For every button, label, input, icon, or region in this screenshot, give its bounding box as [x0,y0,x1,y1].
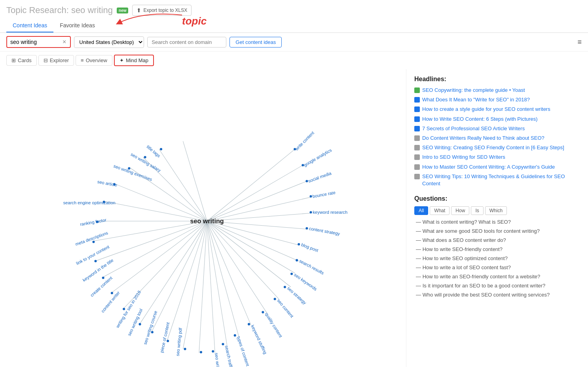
node-search-engine-optimization[interactable]: search engine optimization [63,200,116,205]
node-seo-keywords[interactable]: seo keywords [293,272,318,292]
node-meta-descriptions[interactable]: meta descriptions [75,230,109,247]
question-filters: All What How Is Which [414,206,580,215]
list-icon: ≡ [81,57,84,63]
node-keyword-stuffing[interactable]: keyword stuffing [250,324,268,355]
mindmap-svg: write content google analytics social me… [0,69,406,367]
node-quality-content[interactable]: quality content [264,312,283,338]
node-piece-of-content[interactable]: piece of content [159,322,170,353]
svg-point-47 [222,343,224,345]
headline-icon-gray [414,145,420,150]
tab-explorer[interactable]: ⊟ Explorer [38,55,74,66]
headline-icon-blue [414,126,420,131]
svg-point-63 [144,156,146,158]
node-seo-writing-course[interactable]: seo writing course [142,310,158,345]
search-input[interactable] [10,39,62,45]
tab-cards[interactable]: ⊞ Cards [6,55,37,66]
filter-how[interactable]: How [451,206,469,215]
svg-line-22 [111,221,207,293]
node-search-traffic[interactable]: search traffic [224,345,234,367]
svg-line-12 [207,221,251,325]
headline-icon-green [414,87,420,93]
svg-point-57 [94,260,97,262]
headline-item: How to Master SEO Content Writing: A Cop… [414,164,580,171]
headline-icon-gray [414,164,420,170]
node-bounce-rate[interactable]: bounce rate [312,190,336,199]
svg-point-46 [234,334,236,337]
mindmap-icon: ✦ [119,57,124,63]
tab-overview[interactable]: ≡ Overview [76,55,112,66]
headline-item: 7 Secrets of Professional SEO Article Wr… [414,125,580,132]
node-seo-writing-exercises[interactable]: seo writing exercises [113,164,153,182]
svg-line-17 [183,221,207,349]
svg-point-39 [298,243,300,245]
question-item: How to write SEO-friendly content? [414,246,580,252]
headline-link[interactable]: What Does It Mean to "Write for SEO" in … [422,96,530,103]
svg-point-52 [151,331,154,333]
headline-icon-gray [414,135,420,141]
domain-search-input[interactable] [147,37,226,48]
filter-all[interactable]: All [414,206,428,215]
question-item: What does a SEO content writer do? [414,237,580,243]
mindmap-area: write content google analytics social me… [0,69,406,367]
svg-line-31 [159,149,207,221]
headline-item: SEO Writing Tips: 10 Writing Techniques … [414,173,580,187]
headline-link[interactable]: Do Content Writers Really Need to Think … [422,135,544,142]
node-title-tags[interactable]: title tags [146,144,161,158]
grid-icon: ⊞ [11,57,16,63]
node-content-writer[interactable]: content writer [100,290,121,314]
node-types-of-content[interactable]: types of content [236,336,250,367]
node-content-strategy[interactable]: content strategy [309,226,340,236]
menu-icon[interactable]: ≡ [577,38,582,46]
svg-point-38 [305,227,308,230]
svg-point-64 [160,148,162,150]
node-seo-writing-pdf[interactable]: seo writing pdf [175,327,183,356]
headline-icon-gray [414,154,420,160]
svg-point-55 [111,292,113,294]
filter-what[interactable]: What [430,206,450,215]
headline-link[interactable]: SEO Copywriting: the complete guide • Yo… [422,87,525,94]
svg-point-45 [248,323,250,325]
headline-icon-blue [414,97,420,103]
filter-is[interactable]: Is [471,206,483,215]
node-keyword-research[interactable]: keyword research [313,210,348,215]
headline-link[interactable]: SEO Writing Tips: 10 Writing Techniques … [422,173,580,187]
node-seo-writing-jobs[interactable]: seo writing jobs [214,352,222,367]
node-search-results[interactable]: search results [298,259,325,276]
node-social-media[interactable]: social media [307,171,332,184]
svg-line-15 [207,221,215,353]
headline-item: How to Write SEO Content: 6 Steps (with … [414,116,580,123]
node-google-analytics[interactable]: google analytics [303,148,332,167]
filter-which[interactable]: Which [485,206,507,215]
headline-link[interactable]: How to Write SEO Content: 6 Steps (with … [422,116,538,123]
headline-link[interactable]: How to Master SEO Content Writing: A Cop… [422,164,555,171]
node-write-content[interactable]: write content [294,130,315,152]
headline-icon-blue [414,106,420,112]
headline-link[interactable]: How to create a style guide for your SEO… [422,106,550,113]
get-ideas-button[interactable]: Get content ideas [230,37,282,48]
node-seo-article[interactable]: seo article [97,179,118,188]
headline-link[interactable]: Intro to SEO Writing for SEO Writers [422,154,505,161]
tab-content-ideas[interactable]: Content Ideas [6,19,53,32]
svg-point-54 [123,308,125,310]
svg-line-9 [207,221,291,287]
node-seo-content[interactable]: seo content [276,298,294,319]
svg-point-37 [309,211,312,213]
headline-link[interactable]: 7 Secrets of Professional SEO Article Wr… [422,125,525,132]
svg-line-23 [103,221,207,277]
node-seo-strategy[interactable]: seo strategy [286,286,307,306]
country-select[interactable]: United States (Desktop) [74,36,144,48]
node-blog-post[interactable]: blog post [301,242,319,253]
headlines-title: Headlines: [414,76,580,83]
node-ranking-factor[interactable]: ranking factor [80,217,107,227]
svg-point-56 [102,277,104,279]
tab-mindmap[interactable]: ✦ Mind Map [114,55,154,66]
svg-point-51 [167,340,169,342]
headline-item: Intro to SEO Writing for SEO Writers [414,154,580,161]
clear-search-button[interactable]: × [62,38,67,46]
main-content: write content google analytics social me… [0,69,588,367]
headline-link[interactable]: SEO Writing: Creating SEO Friendly Conte… [422,144,564,151]
headline-item: Do Content Writers Really Need to Think … [414,135,580,142]
questions-title: Questions: [414,195,580,202]
node-create-content[interactable]: create content [89,276,113,298]
headline-item: How to create a style guide for your SEO… [414,106,580,113]
